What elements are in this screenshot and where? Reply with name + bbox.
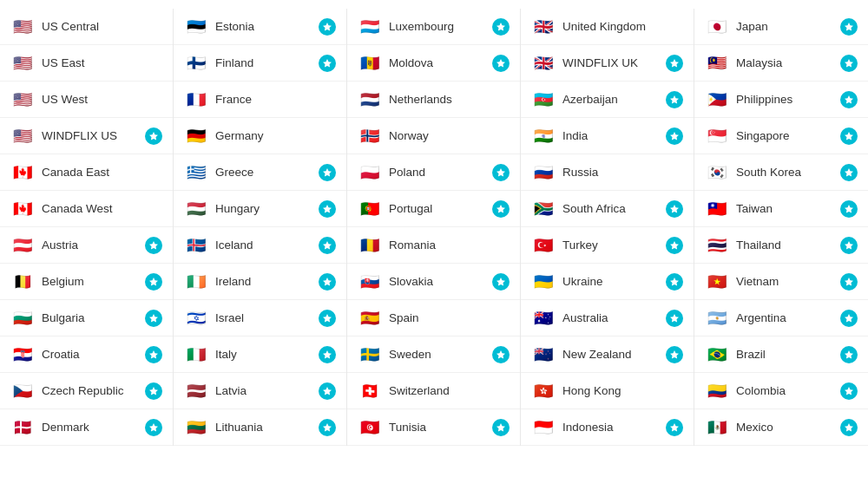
- star-badge[interactable]: [492, 200, 510, 218]
- star-badge[interactable]: [145, 346, 162, 363]
- list-item[interactable]: 🇨🇿Czech Republic: [0, 373, 173, 409]
- list-item[interactable]: 🇪🇸Spain: [347, 300, 520, 337]
- star-badge[interactable]: [492, 164, 510, 181]
- list-item[interactable]: 🇳🇴Norway: [347, 118, 520, 154]
- star-badge[interactable]: [319, 382, 336, 400]
- list-item[interactable]: 🇺🇸WINDFLIX US: [0, 118, 173, 154]
- list-item[interactable]: 🇮🇪Ireland: [174, 264, 346, 300]
- star-badge[interactable]: [319, 164, 336, 181]
- star-badge[interactable]: [840, 164, 858, 181]
- list-item[interactable]: 🇮🇩Indonesia: [521, 409, 694, 446]
- list-item[interactable]: 🇦🇺Australia: [521, 300, 694, 337]
- list-item[interactable]: 🇹🇭Thailand: [694, 227, 868, 264]
- star-badge[interactable]: [666, 127, 683, 145]
- list-item[interactable]: 🇵🇱Poland: [347, 154, 520, 191]
- star-badge[interactable]: [319, 346, 336, 363]
- star-badge[interactable]: [840, 273, 858, 291]
- star-badge[interactable]: [145, 419, 162, 436]
- star-badge[interactable]: [840, 55, 858, 72]
- list-item[interactable]: 🇬🇧United Kingdom: [521, 9, 694, 45]
- list-item[interactable]: 🇧🇬Bulgaria: [0, 300, 173, 337]
- star-badge[interactable]: [319, 55, 336, 72]
- star-badge[interactable]: [666, 200, 683, 218]
- star-badge[interactable]: [492, 18, 510, 36]
- list-item[interactable]: 🇨🇦Canada West: [0, 191, 173, 227]
- list-item[interactable]: 🇮🇳India: [521, 118, 694, 154]
- star-badge[interactable]: [840, 237, 858, 254]
- list-item[interactable]: 🇨🇴Colombia: [694, 373, 868, 409]
- list-item[interactable]: 🇺🇸US East: [0, 45, 173, 82]
- star-badge[interactable]: [840, 419, 858, 436]
- list-item[interactable]: 🇹🇷Turkey: [521, 227, 694, 264]
- list-item[interactable]: 🇫🇮Finland: [174, 45, 346, 82]
- star-badge[interactable]: [840, 18, 858, 36]
- star-badge[interactable]: [840, 91, 858, 108]
- star-badge[interactable]: [840, 127, 858, 145]
- star-badge[interactable]: [840, 310, 858, 327]
- star-badge[interactable]: [840, 346, 858, 363]
- list-item[interactable]: 🇩🇰Denmark: [0, 409, 173, 446]
- star-badge[interactable]: [666, 55, 683, 72]
- star-badge[interactable]: [840, 200, 858, 218]
- star-badge[interactable]: [319, 200, 336, 218]
- list-item[interactable]: 🇮🇹Italy: [174, 337, 346, 373]
- list-item[interactable]: 🇦🇿Azerbaijan: [521, 82, 694, 118]
- list-item[interactable]: 🇵🇹Portugal: [347, 191, 520, 227]
- list-item[interactable]: 🇭🇷Croatia: [0, 337, 173, 373]
- list-item[interactable]: 🇱🇻Latvia: [174, 373, 346, 409]
- star-badge[interactable]: [492, 273, 510, 291]
- list-item[interactable]: 🇵🇭Philippines: [694, 82, 868, 118]
- list-item[interactable]: 🇻🇳Vietnam: [694, 264, 868, 300]
- star-badge[interactable]: [319, 419, 336, 436]
- star-badge[interactable]: [145, 127, 162, 145]
- star-badge[interactable]: [492, 346, 510, 363]
- list-item[interactable]: 🇩🇪Germany: [174, 118, 346, 154]
- list-item[interactable]: 🇪🇪Estonia: [174, 9, 346, 45]
- list-item[interactable]: 🇿🇦South Africa: [521, 191, 694, 227]
- list-item[interactable]: 🇷🇺Russia: [521, 154, 694, 191]
- star-badge[interactable]: [666, 237, 683, 254]
- star-badge[interactable]: [319, 273, 336, 291]
- list-item[interactable]: 🇸🇰Slovakia: [347, 264, 520, 300]
- star-badge[interactable]: [840, 382, 858, 400]
- star-badge[interactable]: [666, 419, 683, 436]
- list-item[interactable]: 🇧🇪Belgium: [0, 264, 173, 300]
- star-badge[interactable]: [145, 237, 162, 254]
- star-badge[interactable]: [666, 346, 683, 363]
- list-item[interactable]: 🇧🇷Brazil: [694, 337, 868, 373]
- star-badge[interactable]: [666, 310, 683, 327]
- list-item[interactable]: 🇮🇸Iceland: [174, 227, 346, 264]
- list-item[interactable]: 🇦🇷Argentina: [694, 300, 868, 337]
- list-item[interactable]: 🇺🇦Ukraine: [521, 264, 694, 300]
- list-item[interactable]: 🇨🇭Switzerland: [347, 373, 520, 409]
- star-badge[interactable]: [492, 419, 510, 436]
- list-item[interactable]: 🇭🇺Hungary: [174, 191, 346, 227]
- list-item[interactable]: 🇯🇵Japan: [694, 9, 868, 45]
- list-item[interactable]: 🇱🇺Luxembourg: [347, 9, 520, 45]
- list-item[interactable]: 🇳🇱Netherlands: [347, 82, 520, 118]
- list-item[interactable]: 🇬🇷Greece: [174, 154, 346, 191]
- list-item[interactable]: 🇲🇽Mexico: [694, 409, 868, 446]
- list-item[interactable]: 🇭🇰Hong Kong: [521, 373, 694, 409]
- list-item[interactable]: 🇫🇷France: [174, 82, 346, 118]
- star-badge[interactable]: [319, 18, 336, 36]
- list-item[interactable]: 🇷🇴Romania: [347, 227, 520, 264]
- list-item[interactable]: 🇹🇼Taiwan: [694, 191, 868, 227]
- list-item[interactable]: 🇸🇪Sweden: [347, 337, 520, 373]
- list-item[interactable]: 🇦🇹Austria: [0, 227, 173, 264]
- star-badge[interactable]: [319, 310, 336, 327]
- list-item[interactable]: 🇨🇦Canada East: [0, 154, 173, 191]
- list-item[interactable]: 🇳🇿New Zealand: [521, 337, 694, 373]
- list-item[interactable]: 🇸🇬Singapore: [694, 118, 868, 154]
- star-badge[interactable]: [145, 310, 162, 327]
- star-badge[interactable]: [319, 237, 336, 254]
- star-badge[interactable]: [666, 91, 683, 108]
- star-badge[interactable]: [492, 55, 510, 72]
- list-item[interactable]: 🇲🇩Moldova: [347, 45, 520, 82]
- list-item[interactable]: 🇱🇹Lithuania: [174, 409, 346, 446]
- star-badge[interactable]: [145, 382, 162, 400]
- star-badge[interactable]: [666, 273, 683, 291]
- list-item[interactable]: 🇮🇱Israel: [174, 300, 346, 337]
- list-item[interactable]: 🇺🇸US Central: [0, 9, 173, 45]
- star-badge[interactable]: [145, 273, 162, 291]
